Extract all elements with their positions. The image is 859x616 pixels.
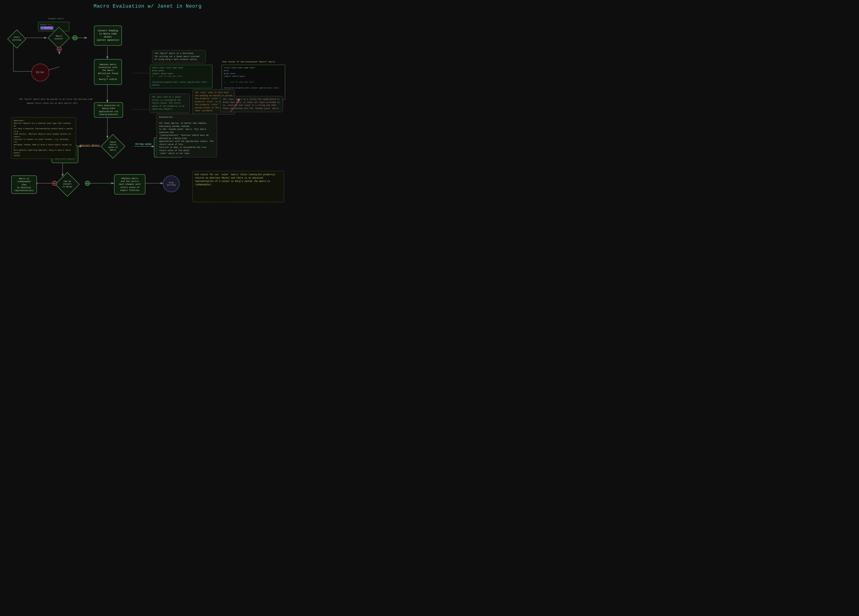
error-circle: Error xyxy=(31,64,49,81)
important-abstract-note: Important: Abstract Objects are a specia… xyxy=(11,117,76,159)
macro-exists-shape: Macro exists? xyxy=(47,29,71,47)
abstract-object-label: Abstract Object xyxy=(80,144,100,147)
must-parse-note: The "macro" macro must be parsed so we r… xyxy=(19,98,93,100)
invoke-janet-note: Explanation: All Janet macros, no matter… xyxy=(156,114,217,157)
string-value-label: String value xyxy=(135,143,151,145)
macro-code-box: #macro color color-name >next @code jane… xyxy=(150,65,212,88)
no-connector-1: No xyxy=(57,47,62,52)
start-parsing-shape: Start parsing xyxy=(7,29,27,49)
end-result-color-note: End result for our `color` macro: Since … xyxy=(192,171,284,202)
macro-shorthand-note: The "macro" macro is a shorthand for wri… xyxy=(152,50,206,63)
stop-parsing-2-circle: Stop parsing xyxy=(163,175,180,192)
yes-connector-2: Yes xyxy=(85,181,90,186)
yes-connector-1: Yes xyxy=(72,35,77,40)
example-macro-label: Example macro xyxy=(48,18,64,20)
end-result-eval-label: End result of the evaluated "macro" macr… xyxy=(223,61,275,63)
repeat-label: Repeat until there are no more macros le… xyxy=(27,102,78,105)
no-connector-2: No xyxy=(52,181,57,186)
page-title: Macro Evaluation w/ Janet in Neorg xyxy=(0,0,295,11)
can-convert-shape: Can we convert to Norg? xyxy=(55,174,80,194)
check-return-shape: Check return value of macro xyxy=(101,136,125,156)
eval-macro-note: The 'eval' macro is a little too complic… xyxy=(220,96,283,112)
macro-unbakeable-box: Macro is 'unbakeable' (has no physical r… xyxy=(11,175,37,194)
pass-execution-box: Pass execution to Neorg-like application… xyxy=(94,102,123,118)
replace-export-box: Replace macro and the entire next elemen… xyxy=(114,174,145,194)
last-item-janet-note: The last item of a janet script is consi… xyxy=(150,94,190,113)
replace-macro-box: Replace macro invocation with the macro … xyxy=(94,59,122,85)
convert-heading-box: Convert heading to Neorg node object (pa… xyxy=(94,25,122,45)
